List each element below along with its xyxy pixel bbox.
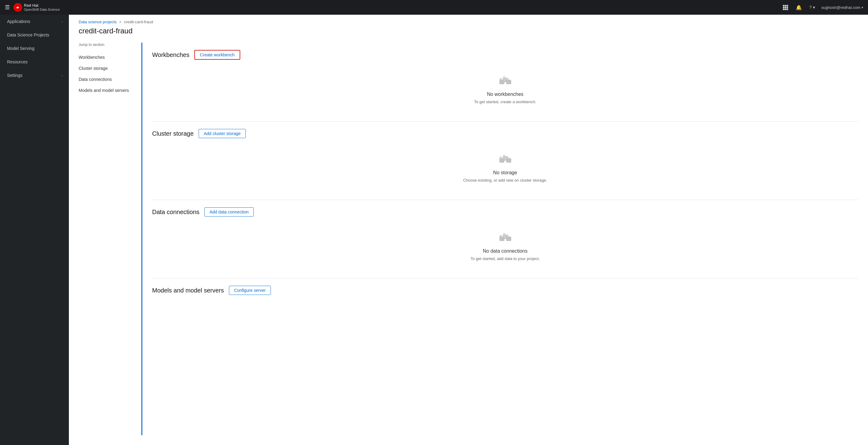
- configure-server-button[interactable]: Configure server: [229, 286, 271, 295]
- workbenches-empty-title: No workbenches: [487, 92, 523, 97]
- svg-marker-21: [506, 157, 508, 159]
- cluster-storage-empty-icon: [497, 150, 514, 168]
- breadcrumb: Data science projects > credit-card-frau…: [69, 15, 868, 24]
- sidebar-item-model-label: Model Serving: [7, 46, 35, 51]
- data-connections-empty-subtitle: To get started, add data to your project…: [470, 256, 539, 261]
- sidebar-item-applications-label: Applications: [7, 19, 30, 24]
- settings-chevron-icon: ›: [62, 73, 63, 77]
- workbenches-empty-icon: [497, 72, 514, 89]
- svg-marker-14: [503, 76, 505, 78]
- jump-link-workbenches[interactable]: Workbenches: [79, 52, 134, 63]
- user-chevron-icon: ▾: [862, 6, 863, 9]
- jump-links: Workbenches Cluster storage Data connect…: [79, 52, 134, 96]
- workbenches-empty-subtitle: To get started, create a workbench.: [474, 99, 536, 104]
- breadcrumb-parent-link[interactable]: Data science projects: [79, 20, 117, 24]
- svg-marker-13: [499, 79, 502, 80]
- page-title: credit-card-fraud: [69, 24, 868, 42]
- svg-rect-8: [785, 8, 786, 10]
- redhat-logo-icon: [13, 3, 22, 12]
- sidebar-item-settings-label: Settings: [7, 73, 23, 78]
- data-connections-title: Data connections: [152, 209, 199, 216]
- svg-rect-24: [506, 237, 511, 241]
- sidebar-item-settings[interactable]: Settings ›: [0, 68, 69, 82]
- topnav: ☰ Red Hat OpenShift Data Science: [0, 0, 868, 15]
- svg-rect-6: [786, 7, 788, 8]
- svg-rect-5: [785, 7, 786, 8]
- bell-icon[interactable]: 🔔: [795, 3, 803, 12]
- breadcrumb-current: credit-card-fraud: [124, 20, 153, 24]
- models-header: Models and model servers Configure serve…: [152, 278, 858, 295]
- svg-marker-20: [503, 155, 505, 156]
- sidebar-item-applications[interactable]: Applications ›: [0, 15, 69, 28]
- brand-text: Red Hat OpenShift Data Science: [24, 3, 60, 12]
- data-connections-section: Data connections Add data connection: [152, 200, 858, 278]
- content-area: Jump to section Workbenches Cluster stor…: [69, 42, 868, 445]
- apps-grid-icon[interactable]: [781, 3, 789, 12]
- models-title: Models and model servers: [152, 287, 224, 294]
- svg-marker-26: [503, 233, 505, 235]
- svg-rect-12: [506, 80, 511, 84]
- svg-marker-27: [506, 235, 508, 237]
- workbenches-empty-state: No workbenches To get started, create a …: [152, 60, 858, 112]
- breadcrumb-separator: >: [119, 20, 122, 24]
- data-connections-empty-state: No data connections To get started, add …: [152, 216, 858, 268]
- sidebar-item-resources-label: Resources: [7, 59, 28, 64]
- brand: Red Hat OpenShift Data Science: [13, 3, 60, 12]
- add-cluster-storage-button[interactable]: Add cluster storage: [199, 129, 246, 138]
- create-workbench-button[interactable]: Create workbench: [194, 50, 240, 60]
- cluster-storage-empty-state: No storage Choose existing, or add new o…: [152, 138, 858, 190]
- svg-rect-18: [506, 158, 511, 162]
- sidebar-item-resources[interactable]: Resources: [0, 55, 69, 68]
- sidebar-item-dsp-label: Data Science Projects: [7, 32, 49, 37]
- add-data-connection-button[interactable]: Add data connection: [205, 207, 254, 216]
- workbenches-title: Workbenches: [152, 52, 189, 59]
- sections: Workbenches Create workbench: [142, 42, 868, 435]
- models-section: Models and model servers Configure serve…: [152, 278, 858, 305]
- sidebar-item-data-science-projects[interactable]: Data Science Projects: [0, 28, 69, 42]
- cluster-storage-section: Cluster storage Add cluster storage: [152, 122, 858, 200]
- jump-link-cluster-storage[interactable]: Cluster storage: [79, 63, 134, 74]
- cluster-storage-empty-subtitle: Choose existing, or add new on cluster s…: [463, 178, 547, 182]
- jump-link-models[interactable]: Models and model servers: [79, 85, 134, 96]
- svg-marker-19: [499, 157, 502, 159]
- cluster-storage-empty-title: No storage: [493, 170, 517, 176]
- help-icon[interactable]: ? ▾: [808, 3, 816, 12]
- jump-link-data-connections[interactable]: Data connections: [79, 74, 134, 85]
- svg-marker-15: [506, 79, 508, 80]
- data-connections-empty-icon: [497, 229, 514, 246]
- svg-rect-1: [783, 5, 784, 6]
- sidebar-item-model-serving[interactable]: Model Serving: [0, 42, 69, 55]
- cluster-storage-header: Cluster storage Add cluster storage: [152, 122, 858, 138]
- data-connections-empty-title: No data connections: [483, 248, 528, 254]
- svg-rect-2: [785, 5, 786, 6]
- applications-chevron-icon: ›: [62, 20, 63, 23]
- svg-rect-3: [786, 5, 788, 6]
- workbenches-header: Workbenches Create workbench: [152, 42, 858, 60]
- hamburger-icon[interactable]: ☰: [5, 4, 10, 11]
- main-content: Data science projects > credit-card-frau…: [69, 15, 868, 445]
- svg-rect-9: [786, 8, 788, 10]
- jump-to-section: Jump to section Workbenches Cluster stor…: [69, 42, 142, 435]
- svg-rect-7: [783, 8, 784, 10]
- workbenches-section: Workbenches Create workbench: [152, 42, 858, 122]
- svg-rect-4: [783, 7, 784, 8]
- jump-label: Jump to section: [79, 42, 134, 47]
- cluster-storage-title: Cluster storage: [152, 130, 194, 137]
- sidebar: Applications › Data Science Projects Mod…: [0, 15, 69, 445]
- user-menu[interactable]: sughosh@redhat.com ▾: [822, 5, 863, 10]
- data-connections-header: Data connections Add data connection: [152, 200, 858, 216]
- svg-marker-25: [499, 235, 502, 237]
